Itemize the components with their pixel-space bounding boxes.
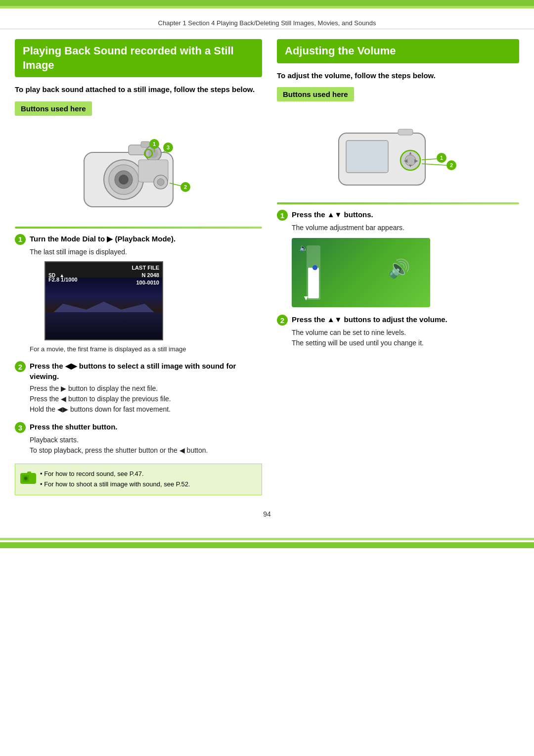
bottom-stripe-secondary	[0, 538, 534, 540]
volume-bar-container	[307, 245, 320, 300]
right-step-2-header: 2 Press the ▲▼ buttons to adjust the vol…	[277, 314, 519, 326]
svg-text:1: 1	[440, 155, 443, 161]
step-1-title: Turn the Mode Dial to ▶ (Playback Mode).	[30, 234, 176, 244]
file-num-label: 100-0010	[132, 279, 159, 286]
left-divider	[15, 227, 262, 229]
note-camera-icon	[19, 468, 37, 486]
step-2-header: 2 Press the ◀▶ buttons to select a still…	[15, 361, 262, 381]
step-1-header: 1 Turn the Mode Dial to ▶ (Playback Mode…	[15, 234, 262, 245]
svg-point-25	[25, 477, 27, 480]
left-column: Playing Back Sound recorded with a Still…	[15, 39, 262, 495]
right-step-1: 1 Press the ▲▼ buttons. The volume adjus…	[277, 209, 519, 307]
right-section-title: Adjusting the Volume	[277, 39, 519, 63]
right-buttons-used-box: Buttons used here	[277, 87, 354, 101]
main-content: Playing Back Sound recorded with a Still…	[0, 29, 534, 505]
mem-label: N 2048	[132, 272, 159, 279]
step-1: 1 Turn the Mode Dial to ▶ (Playback Mode…	[15, 234, 262, 354]
step-2-body: Press the ▶ button to display the next f…	[15, 383, 262, 415]
right-step-1-num: 1	[277, 210, 288, 221]
step-3-num: 3	[15, 422, 26, 433]
bottom-stripe-primary	[0, 542, 534, 548]
top-stripe-secondary	[0, 6, 534, 8]
right-step-1-header: 1 Press the ▲▼ buttons.	[277, 209, 519, 221]
right-step-2-body: The volume can be set to nine levels. Th…	[277, 328, 519, 348]
volume-icon-small: 🔈	[299, 243, 308, 253]
step-1-body: The last still image is displayed. SD ▲ …	[15, 247, 262, 354]
camera-svg-right: ▲ ▼ ◀ ▶ 1 2	[329, 108, 467, 197]
note-box: • For how to record sound, see P.47. • F…	[15, 464, 262, 495]
svg-rect-36	[398, 129, 413, 135]
screen-hud: SD ▲ LAST FILE N 2048 100-0010 F2.8 1/10…	[48, 264, 159, 287]
water-reflection	[45, 312, 162, 339]
right-column: Adjusting the Volume To adjust the volum…	[277, 39, 519, 495]
right-step-2-title: Press the ▲▼ buttons to adjust the volum…	[292, 314, 447, 325]
svg-text:3: 3	[167, 144, 170, 150]
svg-point-11	[157, 179, 164, 186]
note-line-2: • For how to shoot a still image with so…	[40, 479, 255, 490]
right-camera-illustration: ▲ ▼ ◀ ▶ 1 2	[329, 108, 467, 197]
step-1-note: For a movie, the first frame is displaye…	[30, 344, 262, 354]
left-section-title: Playing Back Sound recorded with a Still…	[15, 39, 262, 77]
left-camera-illustration: 1 3 2	[64, 123, 213, 222]
step-3-body: Playback starts. To stop playback, press…	[15, 435, 262, 456]
step-2: 2 Press the ◀▶ buttons to select a still…	[15, 361, 262, 415]
volume-down-arrow: ▼	[303, 293, 310, 303]
file-info: LAST FILE N 2048 100-0010	[132, 264, 159, 287]
camera-svg-left: 1 3 2	[64, 123, 213, 217]
svg-point-4	[119, 175, 129, 185]
right-step-2-num: 2	[277, 315, 288, 326]
playback-screen: SD ▲ LAST FILE N 2048 100-0010 F2.8 1/10…	[44, 261, 163, 340]
volume-display: 🔈 🔊 ▼	[292, 238, 430, 307]
step-2-num: 2	[15, 361, 26, 372]
svg-text:2: 2	[450, 162, 453, 168]
chapter-header: Chapter 1 Section 4 Playing Back/Deletin…	[0, 15, 534, 29]
svg-text:2: 2	[184, 184, 187, 190]
step-3-header: 3 Press the shutter button.	[15, 422, 262, 433]
left-buttons-used-box: Buttons used here	[15, 101, 92, 116]
svg-text:◀: ◀	[403, 158, 408, 163]
volume-bar	[308, 268, 319, 298]
header-text: Chapter 1 Section 4 Playing Back/Deletin…	[158, 19, 376, 27]
right-step-1-body: The volume adjustment bar appears. 🔈 🔊 ▼	[277, 223, 519, 307]
svg-text:▶: ▶	[414, 158, 418, 163]
svg-rect-26	[27, 472, 31, 474]
last-file-label: LAST FILE	[132, 264, 159, 272]
right-intro: To adjust the volume, follow the steps b…	[277, 70, 519, 82]
volume-icon-large: 🔊	[388, 255, 410, 282]
right-divider	[277, 202, 519, 204]
step-1-num: 1	[15, 234, 26, 245]
page-number: 94	[0, 505, 534, 538]
right-step-2: 2 Press the ▲▼ buttons to adjust the vol…	[277, 314, 519, 348]
top-stripe-primary	[0, 0, 534, 6]
svg-text:1: 1	[153, 141, 156, 147]
step-3-title: Press the shutter button.	[30, 422, 118, 432]
note-line-1: • For how to record sound, see P.47.	[40, 469, 255, 479]
right-step-1-body-text: The volume adjustment bar appears.	[292, 223, 519, 233]
exposure-label: F2.8 1/1000	[48, 276, 78, 284]
svg-text:▼: ▼	[408, 163, 413, 168]
left-intro: To play back sound attached to a still i…	[15, 84, 262, 95]
right-step-1-title: Press the ▲▼ buttons.	[292, 209, 373, 220]
step-2-title: Press the ◀▶ buttons to select a still i…	[30, 361, 262, 381]
step-3: 3 Press the shutter button. Playback sta…	[15, 422, 262, 456]
svg-rect-28	[346, 141, 388, 173]
